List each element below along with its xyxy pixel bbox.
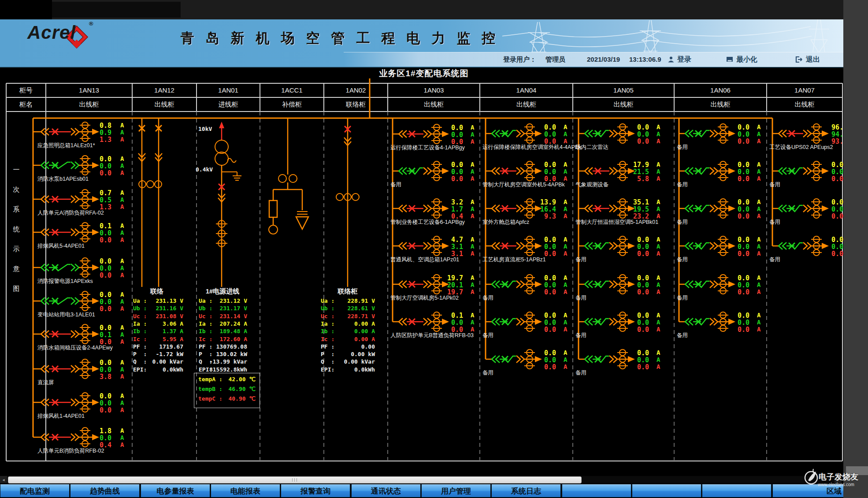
nav-tab-label: 电能报表 (230, 486, 260, 496)
minimize-icon (726, 56, 734, 63)
nav-tab-label: 趋势曲线 (90, 486, 120, 496)
nav-tab-label: 报警查询 (300, 486, 330, 496)
nav-tab-1-趋势曲线[interactable]: 趋势曲线 (70, 484, 139, 497)
lv-voltage-label: 0.4kV (196, 166, 213, 173)
nav-tab-label: 通讯状态 (371, 486, 401, 496)
window-right-strip (843, 0, 868, 498)
login-date: 2021/03/19 (587, 56, 620, 63)
login-button-label: 登录 (677, 55, 691, 64)
scrollbar-left-arrow-icon[interactable]: ◂ (0, 476, 7, 483)
minimize-button[interactable]: 最小化 (726, 54, 757, 65)
nav-tab-3-电能报表[interactable]: 电能报表 (211, 484, 280, 497)
sidebar-system-label: 一次系统示意图 (12, 160, 21, 298)
app-header: Acrel ® 青岛新机场空管工程电力监控 登录用户： 管理员 2021/03/… (0, 19, 843, 68)
nav-tab-7-系统日志[interactable]: 系统日志 (492, 484, 560, 497)
nav-tab-2-电参量报表[interactable]: 电参量报表 (141, 484, 210, 497)
scrollbar-grip (292, 478, 293, 482)
app-title: 青岛新机场空管工程电力监控 (170, 29, 518, 48)
exit-button[interactable]: 退出 (795, 54, 820, 65)
minimize-button-label: 最小化 (736, 55, 757, 64)
login-user-value: 管理员 (545, 56, 565, 64)
login-button[interactable]: 登录 (668, 54, 691, 65)
nav-tab-label: 配电监测 (20, 486, 50, 496)
watermark-url: www.elecfans.com (818, 482, 854, 487)
nav-tab-label: 系统日志 (511, 486, 541, 496)
login-strip: 登录用户： 管理员 2021/03/19 13:13:06.9 登录 最小化 (344, 52, 843, 67)
logo-registered-mark: ® (89, 20, 93, 27)
bottom-nav-bar: 配电监测趋势曲线电参量报表电能报表报警查询通讯状态用户管理系统日志区域 (0, 484, 842, 497)
nav-tab-10[interactable] (702, 484, 771, 497)
nav-tab-0-配电监测[interactable]: 配电监测 (0, 484, 69, 497)
horizontal-scrollbar[interactable]: ◂ ▸ (0, 476, 842, 483)
scrollbar-thumb[interactable] (8, 476, 582, 483)
scrollbar-grip (297, 478, 297, 482)
nav-tab-label: 用户管理 (441, 486, 471, 496)
hv-voltage-label: 10kV (198, 126, 212, 132)
acrel-logo-text: Acrel (27, 22, 76, 43)
scada-window: Acrel ® 青岛新机场空管工程电力监控 登录用户： 管理员 2021/03/… (0, 0, 868, 498)
watermark-title: 电子发烧友 (819, 472, 858, 482)
login-time: 13:13:06.9 (629, 56, 661, 63)
exit-icon (795, 56, 803, 63)
nav-tab-label: 电参量报表 (157, 486, 194, 496)
nav-tab-6-用户管理[interactable]: 用户管理 (422, 484, 490, 497)
nav-tab-8[interactable] (562, 484, 631, 497)
user-icon (668, 56, 675, 63)
scrollbar-grip (294, 478, 295, 482)
page-title: 业务区1#变配电系统图 (367, 68, 481, 79)
nav-tab-4-报警查询[interactable]: 报警查询 (281, 484, 350, 497)
login-user-label: 登录用户： (503, 56, 536, 64)
nav-tab-9[interactable] (632, 484, 701, 497)
nav-tab-5-通讯状态[interactable]: 通讯状态 (352, 484, 420, 497)
elecfans-watermark: 电子发烧友 www.elecfans.com (803, 465, 868, 497)
exit-button-label: 退出 (806, 55, 820, 64)
